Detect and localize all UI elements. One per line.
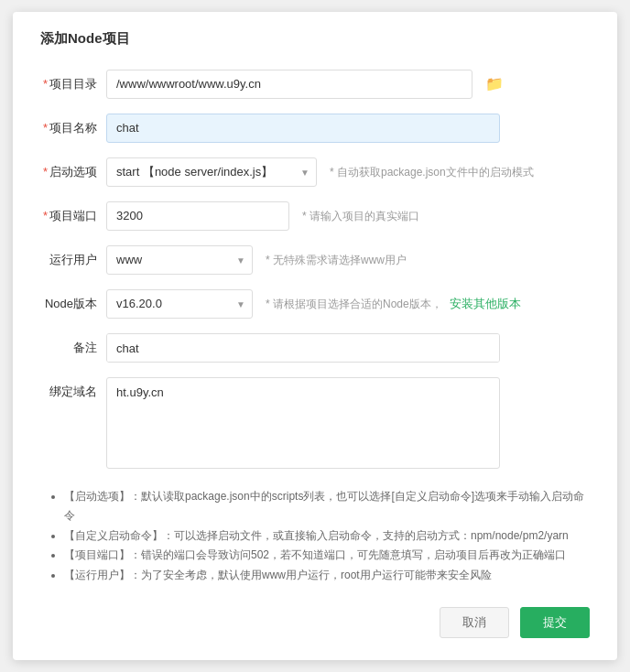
add-node-project-dialog: 添加Node项目 *项目目录 📁 *项目名称 *启动选项 start 【node… — [13, 12, 617, 661]
project-name-input[interactable] — [106, 114, 500, 143]
form-row-project-name: *项目名称 — [40, 114, 590, 143]
dialog-title: 添加Node项目 — [40, 30, 590, 48]
form-row-port: *项目端口 * 请输入项目的真实端口 — [40, 201, 590, 231]
required-star: * — [43, 77, 48, 91]
content-run-user: www ▼ * 无特殊需求请选择www用户 — [106, 245, 590, 275]
label-port: *项目端口 — [40, 201, 106, 231]
footer-buttons: 取消 提交 — [40, 607, 590, 638]
cancel-button[interactable]: 取消 — [440, 607, 509, 638]
port-hint: * 请输入项目的真实端口 — [302, 201, 419, 231]
content-project-name — [106, 114, 590, 143]
label-remark: 备注 — [40, 333, 106, 363]
content-port: * 请输入项目的真实端口 — [106, 201, 590, 231]
run-user-select[interactable]: www — [106, 245, 253, 275]
required-star-startup: * — [43, 165, 48, 179]
content-startup: start 【node server/index.js】 ▼ * 自动获取pac… — [106, 157, 590, 187]
content-bind-domain: ht.u9y.cn — [106, 377, 590, 469]
project-dir-input[interactable] — [106, 70, 472, 99]
required-star-name: * — [43, 121, 48, 135]
folder-icon[interactable]: 📁 — [480, 70, 509, 99]
content-project-dir: 📁 — [106, 70, 590, 99]
form-row-bind-domain: 绑定域名 ht.u9y.cn — [40, 377, 590, 469]
content-remark: chat — [106, 333, 590, 363]
form-row-project-dir: *项目目录 📁 — [40, 70, 590, 99]
startup-select[interactable]: start 【node server/index.js】 — [106, 157, 317, 187]
bind-domain-input[interactable]: ht.u9y.cn — [106, 377, 500, 469]
required-star-port: * — [43, 209, 48, 222]
run-user-select-wrapper: www ▼ — [106, 245, 253, 275]
submit-button[interactable]: 提交 — [520, 607, 590, 638]
label-node-version: Node版本 — [40, 289, 106, 319]
startup-select-wrapper: start 【node server/index.js】 ▼ — [106, 157, 317, 187]
tip-item-3: 【项目端口】：错误的端口会导致访问502，若不知道端口，可先随意填写，启动项目后… — [64, 546, 590, 566]
form-row-startup: *启动选项 start 【node server/index.js】 ▼ * 自… — [40, 157, 590, 187]
remark-input[interactable]: chat — [106, 333, 500, 363]
label-project-dir: *项目目录 — [40, 70, 106, 99]
form-row-remark: 备注 chat — [40, 333, 590, 363]
label-run-user: 运行用户 — [40, 245, 106, 275]
node-version-select-wrapper: v16.20.0 ▼ — [106, 289, 253, 319]
tip-item-4: 【运行用户】：为了安全考虑，默认使用www用户运行，root用户运行可能带来安全… — [64, 566, 590, 586]
label-project-name: *项目名称 — [40, 114, 106, 143]
form-row-node-version: Node版本 v16.20.0 ▼ * 请根据项目选择合适的Node版本， 安装… — [40, 289, 590, 319]
run-user-hint: * 无特殊需求请选择www用户 — [266, 245, 407, 275]
tips-list: 【启动选项】：默认读取package.json中的scripts列表，也可以选择… — [49, 487, 590, 586]
node-version-hint: * 请根据项目选择合适的Node版本， — [266, 289, 442, 319]
startup-hint: * 自动获取package.json文件中的启动模式 — [330, 157, 534, 187]
label-bind-domain: 绑定域名 — [40, 377, 106, 406]
tips-section: 【启动选项】：默认读取package.json中的scripts列表，也可以选择… — [40, 487, 590, 586]
node-version-select[interactable]: v16.20.0 — [106, 289, 253, 319]
label-startup: *启动选项 — [40, 157, 106, 187]
project-port-input[interactable] — [106, 201, 289, 231]
content-node-version: v16.20.0 ▼ * 请根据项目选择合适的Node版本， 安装其他版本 — [106, 289, 590, 319]
tip-item-2: 【自定义启动命令】：可以选择启动文件，或直接输入启动命令，支持的启动方式：npm… — [64, 526, 590, 547]
tip-item-1: 【启动选项】：默认读取package.json中的scripts列表，也可以选择… — [64, 487, 590, 526]
form-row-run-user: 运行用户 www ▼ * 无特殊需求请选择www用户 — [40, 245, 590, 275]
install-other-version-link[interactable]: 安装其他版本 — [450, 296, 521, 312]
